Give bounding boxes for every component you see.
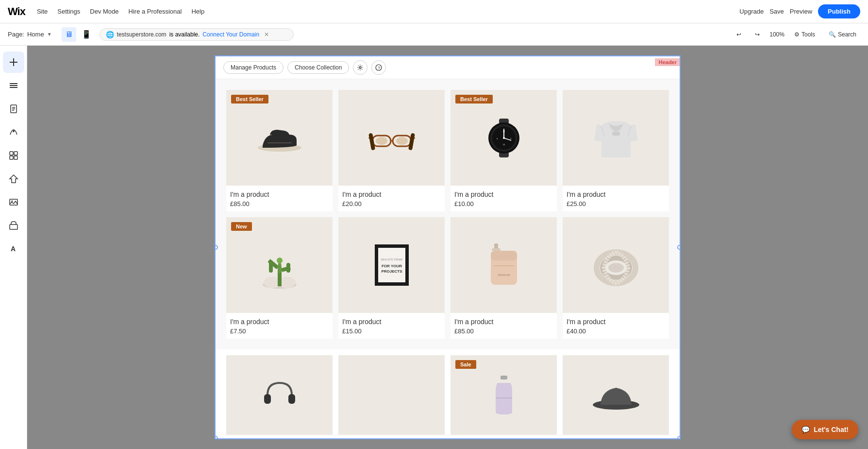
nav-site[interactable]: Site — [37, 6, 48, 17]
product-card-partial[interactable]: Sale — [451, 355, 557, 435]
mobile-view-button[interactable]: 📱 — [79, 27, 94, 42]
top-nav: Wix Site Settings Dev Mode Hire a Profes… — [0, 0, 868, 23]
media-button[interactable] — [3, 191, 24, 213]
product-card[interactable]: 121293Best Seller I'm a product £10.00 — [451, 90, 557, 211]
product-image-partial — [338, 355, 445, 435]
store-button[interactable] — [3, 215, 24, 236]
product-name: I'm a product — [342, 190, 441, 198]
nav-hire[interactable]: Hire a Professional — [129, 6, 182, 17]
domain-name: testsuperstore.com — [117, 31, 167, 38]
design-button[interactable] — [3, 121, 24, 143]
settings-icon-button[interactable] — [353, 60, 367, 75]
product-image — [338, 90, 445, 186]
bottom-products-row: Sale — [216, 349, 680, 438]
svg-text:12: 12 — [502, 143, 505, 146]
apps-button[interactable] — [3, 145, 24, 166]
add-elements-button[interactable] — [3, 52, 24, 73]
svg-rect-65 — [288, 394, 295, 404]
chat-label: Let's Chat! — [814, 426, 849, 433]
wix-logo: Wix — [8, 5, 25, 18]
resize-handle-mid-right[interactable] — [677, 245, 681, 250]
svg-rect-64 — [264, 394, 271, 404]
desktop-view-button[interactable]: 🖥 — [62, 27, 76, 42]
editor-toolbar: Page: Home ▼ 🖥 📱 🌐 testsuperstore.com is… — [0, 23, 868, 46]
svg-point-63 — [608, 263, 624, 273]
product-badge: Sale — [455, 360, 476, 369]
product-card[interactable]: PARFUM I'm a product £85.00 — [451, 217, 557, 339]
product-card-partial[interactable] — [563, 355, 669, 435]
product-card[interactable]: New I'm a product £7.50 — [226, 217, 333, 339]
manage-products-button[interactable]: Manage Products — [223, 61, 284, 74]
redo-button[interactable]: ↪ — [751, 29, 764, 40]
svg-rect-13 — [14, 156, 17, 159]
product-name: I'm a product — [230, 318, 329, 326]
left-sidebar: A — [0, 46, 27, 449]
resize-handle-bottom-left[interactable] — [215, 436, 218, 439]
svg-point-25 — [376, 137, 387, 145]
product-card[interactable]: I'm a product £25.00 — [563, 90, 669, 211]
close-icon[interactable]: ✕ — [264, 31, 269, 38]
pages-button[interactable] — [3, 98, 24, 120]
product-image: New — [226, 217, 333, 313]
product-price: £7.50 — [230, 328, 329, 335]
tools-button[interactable]: ⚙ Tools — [790, 29, 819, 40]
product-card[interactable]: REALISTIC FRAMEFOR YOURPROJECTS I'm a pr… — [338, 217, 445, 339]
product-name: I'm a product — [567, 190, 665, 198]
undo-button[interactable]: ↩ — [733, 29, 745, 40]
text-button[interactable]: A — [3, 238, 24, 259]
svg-rect-3 — [10, 85, 17, 86]
main-layout: A Header ⬆ Manage Products Choose — [0, 46, 868, 449]
publish-button[interactable]: Publish — [818, 4, 860, 18]
live-chat-button[interactable]: 💬 Let's Chat! — [792, 420, 858, 439]
page-name: Home — [27, 31, 44, 38]
svg-text:FOR YOUR: FOR YOUR — [381, 264, 401, 268]
upgrade-button[interactable]: Upgrade — [739, 8, 764, 15]
chevron-down-icon: ▼ — [47, 32, 52, 37]
product-image — [563, 90, 669, 186]
product-card[interactable]: I'm a product £20.00 — [338, 90, 445, 211]
page-selector[interactable]: Page: Home ▼ — [8, 31, 52, 38]
product-name: I'm a product — [342, 318, 441, 326]
svg-rect-27 — [368, 133, 375, 150]
product-image-partial — [226, 355, 333, 435]
product-card-partial[interactable] — [226, 355, 333, 435]
svg-rect-41 — [612, 132, 620, 136]
svg-text:12: 12 — [502, 130, 505, 133]
product-card[interactable]: I'm a product £40.00 — [563, 217, 669, 339]
help-icon-button[interactable]: ? — [371, 60, 386, 75]
toolbar-right: ↩ ↪ 100% ⚙ Tools 🔍 Search — [733, 29, 860, 40]
product-card-partial[interactable] — [338, 355, 445, 435]
extensions-button[interactable] — [3, 168, 24, 190]
product-image: 121293Best Seller — [451, 90, 557, 186]
nav-devmode[interactable]: Dev Mode — [90, 6, 118, 17]
search-button[interactable]: 🔍 Search — [825, 29, 860, 40]
product-name: I'm a product — [567, 318, 665, 326]
product-toolbar: Manage Products Choose Collection ? — [216, 56, 680, 79]
page-canvas: Header ⬆ Manage Products Choose Collecti… — [215, 55, 681, 439]
choose-collection-button[interactable]: Choose Collection — [287, 61, 349, 74]
product-image: Best Seller — [226, 90, 333, 186]
svg-text:PROJECTS: PROJECTS — [381, 269, 402, 274]
connect-domain-link[interactable]: Connect Your Domain — [202, 31, 259, 38]
product-card[interactable]: Best Seller I'm a product £85.00 — [226, 90, 333, 211]
nav-settings[interactable]: Settings — [57, 6, 80, 17]
product-badge: Best Seller — [231, 95, 268, 104]
search-icon: 🔍 — [829, 31, 836, 38]
product-name: I'm a product — [230, 190, 329, 198]
save-button[interactable]: Save — [769, 8, 784, 15]
device-selector: 🖥 📱 — [62, 27, 94, 42]
product-image — [563, 217, 669, 313]
preview-button[interactable]: Preview — [790, 8, 812, 15]
resize-handle-bottom-right[interactable] — [677, 436, 681, 439]
product-price: £10.00 — [454, 200, 553, 207]
nav-help[interactable]: Help — [191, 6, 204, 17]
svg-rect-12 — [10, 156, 13, 159]
product-badge: New — [231, 222, 252, 231]
menu-manage-button[interactable] — [3, 75, 24, 96]
svg-text:REALISTIC FRAME: REALISTIC FRAME — [381, 258, 402, 261]
nav-links: Site Settings Dev Mode Hire a Profession… — [37, 6, 739, 17]
canvas-area: Header ⬆ Manage Products Choose Collecti… — [27, 46, 868, 449]
product-price: £20.00 — [342, 200, 441, 207]
svg-rect-28 — [408, 133, 415, 150]
chat-icon: 💬 — [801, 426, 810, 433]
